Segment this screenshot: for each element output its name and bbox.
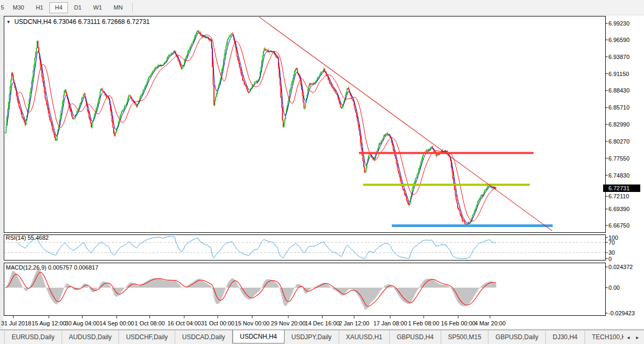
price-axis-label: 6.80270 [608, 138, 630, 145]
macd-axis-label: 0.024372 [608, 264, 633, 270]
price-axis-label: 6.82990 [608, 121, 630, 128]
tab-xauusd-h1[interactable]: XAUUSD,H1 [339, 330, 390, 344]
rsi-axis-label: 30 [608, 249, 615, 256]
macd-axis-label: 0.00 [608, 284, 620, 291]
tab-gbpusd-daily[interactable]: GBPUSD,Daily [488, 330, 546, 344]
date-axis-label: 14 Sep 00:00 [99, 320, 134, 326]
tab-usdjpy-daily[interactable]: USDJPY,Daily [285, 330, 339, 344]
date-axis-label: 29 Nov 20:00 [271, 320, 305, 326]
price-axis-label: 6.93870 [608, 54, 630, 60]
tab-dj30-h4[interactable]: DJ30,H4 [546, 330, 585, 344]
price-axis-label: 6.69390 [608, 206, 630, 212]
current-price-label: 6.72731 [608, 185, 630, 191]
tab-usdcad-daily[interactable]: USDCAD,Daily [175, 330, 233, 344]
price-axis-label: 6.88430 [608, 87, 630, 94]
price-axis-label: 6.74830 [608, 172, 630, 179]
date-axis-label: 30 Aug 04:00 [65, 320, 100, 326]
tab-scroll-controls: ◂ ▸ [624, 330, 644, 344]
date-axis-label: 15 Aug 12:00 [32, 320, 66, 326]
price-axis-label: 6.96590 [608, 37, 630, 43]
date-axis-label: 2 Jan 12:00 [339, 320, 370, 326]
tab-eurusd-daily[interactable]: EURUSD,Daily [4, 330, 62, 344]
date-axis-label: 17 Jan 08:00 [373, 320, 407, 326]
tab-audusd-daily[interactable]: AUDUSD,Daily [62, 330, 119, 344]
rsi-axis-label: 70 [608, 239, 615, 246]
date-axis-label: 14 Dec 16:00 [305, 320, 339, 326]
date-axis-label: 4 Mar 20:00 [475, 320, 506, 326]
price-axis-label: 6.85710 [608, 104, 630, 111]
price-axis-label: 6.66750 [608, 222, 630, 229]
date-axis-label: 31 Jul 2018 [1, 320, 31, 326]
price-axis-label: 6.91150 [608, 71, 629, 77]
tabs-scroll-right-icon[interactable]: ▸ [633, 332, 642, 342]
chart-tab-bar: EURUSD,DailyAUDUSD,DailyUSDCHF,DailyUSDC… [0, 330, 644, 344]
date-axis-label: 16 Feb 00:00 [441, 320, 476, 326]
tab-sp500-m15[interactable]: SP500,M15 [441, 330, 489, 344]
tab-gbpusd-h4[interactable]: GBPUSD,H4 [390, 330, 441, 344]
tab-usdchf-daily[interactable]: USDCHF,Daily [119, 330, 175, 344]
price-axis-label: 6.99230 [608, 20, 630, 27]
date-axis-label: 1 Oct 08:00 [135, 320, 165, 326]
date-axis-label: 1 Feb 08:00 [408, 320, 440, 326]
price-chart[interactable]: 6.992306.965906.938706.911506.884306.857… [0, 0, 644, 344]
mt4-window: { "toolbar": { "timeframes": ["5", "M30"… [0, 0, 644, 344]
date-axis-label: 16 Oct 04:00 [168, 320, 201, 326]
price-axis-label: 6.77550 [608, 155, 630, 162]
price-axis-label: 6.72110 [608, 193, 629, 199]
tabs-scroll-left-icon[interactable]: ◂ [624, 332, 633, 342]
rsi-axis-label: 0 [608, 256, 612, 262]
date-axis-label: 15 Nov 00:00 [235, 320, 269, 326]
macd-axis-label: -0.029423 [608, 310, 635, 316]
chart-tabs: EURUSD,DailyAUDUSD,DailyUSDCHF,DailyUSDC… [0, 330, 624, 344]
tab-usdcnh-h4[interactable]: USDCNH,H4 [233, 330, 285, 343]
date-axis-label: 31 Oct 00:00 [201, 320, 235, 326]
tab-tech100-h1[interactable]: TECH100,H1 [585, 330, 624, 344]
